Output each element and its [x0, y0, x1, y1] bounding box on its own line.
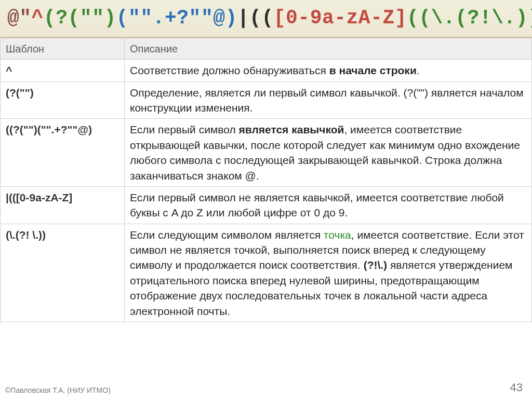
header-pattern: Шаблон — [1, 38, 125, 60]
table-header-row: Шаблон Описание — [1, 38, 532, 60]
title-seg-3: ("".+?""@) — [116, 7, 237, 29]
desc-cell: Определение, является ли первый символ к… — [125, 81, 532, 119]
title-seg-0: @" — [7, 7, 32, 29]
pattern-cell: ((?("")("".+?""@) — [1, 119, 125, 187]
desc-green: точка — [324, 229, 351, 241]
title-seg-6: [0-9a-zA-Z] — [274, 7, 407, 29]
table-row: |(([0-9a-zA-Z] Если первый символ не явл… — [1, 186, 532, 224]
desc-cell: Если первый символ является кавычкой, им… — [125, 119, 532, 187]
table-row: (?("") Определение, является ли первый с… — [1, 81, 532, 119]
pattern-cell: (?("") — [1, 81, 125, 119]
title-seg-2: (?("") — [44, 7, 116, 29]
desc-cell: Если первый символ не является кавычкой,… — [125, 186, 532, 224]
table-row: (\.(?! \.)) Если следующим символом явля… — [1, 224, 532, 322]
page-number: 43 — [510, 380, 523, 396]
title-seg-1: ^ — [32, 7, 44, 29]
footer-copyright: ©Павловская Т.А. (НИУ ИТМО) — [5, 386, 111, 396]
desc-text: . — [417, 64, 420, 76]
slide-title: @"^(?("")("".+?""@)|(([0-9a-zA-Z]((\.(?!… — [0, 0, 532, 38]
desc-bold: является кавычкой — [239, 123, 344, 135]
title-seg-7: ((\.(?!\.)) — [407, 7, 532, 29]
header-description: Описание — [125, 38, 532, 60]
desc-bold: (?!\.) — [364, 259, 387, 271]
pattern-cell: ^ — [1, 60, 125, 81]
table-row: ((?("")("".+?""@) Если первый символ явл… — [1, 119, 532, 187]
desc-cell: Если следующим символом является точка, … — [125, 224, 532, 322]
desc-bold: в начале строки — [329, 64, 417, 76]
title-seg-5: (( — [249, 7, 274, 29]
desc-cell: Соответствие должно обнаруживаться в нач… — [125, 60, 532, 81]
desc-text: Если следующим символом является — [130, 229, 324, 241]
table-row: ^ Соответствие должно обнаруживаться в н… — [1, 60, 532, 81]
pattern-cell: |(([0-9a-zA-Z] — [1, 186, 125, 224]
desc-text: Если первый символ — [130, 123, 239, 135]
desc-text: Соответствие должно обнаруживаться — [130, 64, 329, 76]
title-seg-4: | — [237, 7, 249, 29]
regex-table: Шаблон Описание ^ Соответствие должно об… — [0, 38, 532, 322]
pattern-cell: (\.(?! \.)) — [1, 224, 125, 322]
